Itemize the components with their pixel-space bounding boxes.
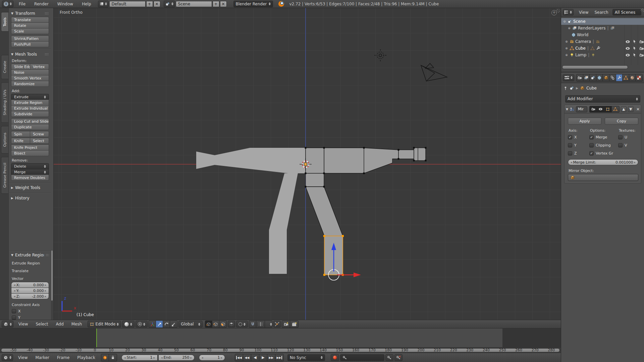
duplicate-button[interactable]: Duplicate: [11, 124, 49, 130]
scale-button[interactable]: Scale: [11, 28, 49, 34]
viewport-shading-select[interactable]: [122, 321, 135, 327]
outliner-scrollbar[interactable]: [562, 65, 628, 69]
extrude-individual-button[interactable]: Extrude Individual: [11, 105, 49, 111]
extrude-menu[interactable]: Extrude: [11, 94, 49, 100]
remove-doubles-button[interactable]: Remove Doubles: [11, 175, 49, 181]
cursor-icon[interactable]: [632, 39, 637, 44]
sync-mode-select[interactable]: No Sync: [287, 354, 325, 361]
screen-layout-icon-button[interactable]: [98, 1, 109, 7]
camera-restrict-icon[interactable]: [639, 53, 644, 58]
opengl-render-anim-button[interactable]: [290, 321, 298, 327]
expand-icon[interactable]: ⊕: [565, 40, 569, 43]
vertex-select-toggle[interactable]: [205, 321, 212, 327]
scene-icon-button[interactable]: [164, 1, 175, 7]
snap-toggle[interactable]: [249, 321, 256, 327]
modifier-render-toggle[interactable]: [590, 106, 597, 112]
merge-menu[interactable]: Merge: [11, 169, 49, 175]
outliner-row-camera[interactable]: ⊕ Camera |: [561, 38, 644, 45]
knife-button[interactable]: Knife: [11, 138, 30, 144]
next-keyframe-button[interactable]: ▶▶: [267, 354, 275, 361]
manipulate-centers-toggle[interactable]: [273, 321, 281, 327]
modifier-name-field[interactable]: Mir: [576, 106, 587, 112]
delete-menu[interactable]: Delete: [11, 163, 49, 169]
jump-to-end-button[interactable]: ▶▶: [275, 354, 283, 361]
orientation-select[interactable]: Global: [178, 321, 203, 327]
menu-marker[interactable]: Marker: [34, 355, 50, 360]
menu-frame[interactable]: Frame: [56, 355, 71, 360]
panel-header-weight-tools[interactable]: ▶Weight Tools: [11, 184, 49, 191]
cursor-icon[interactable]: [632, 53, 637, 58]
current-frame-field[interactable]: ◂1▸: [199, 355, 225, 361]
object-cube-icon[interactable]: [580, 86, 585, 90]
eye-icon[interactable]: [625, 46, 630, 51]
lock-toggle[interactable]: [109, 354, 117, 361]
current-frame-line[interactable]: [96, 328, 97, 347]
cursor-icon[interactable]: [632, 46, 637, 51]
screw-button[interactable]: Screw: [30, 131, 49, 137]
camera-restrict-icon[interactable]: [639, 39, 644, 44]
collapse-icon[interactable]: ⊖: [562, 20, 567, 23]
manipulator-axes-toggle[interactable]: [149, 321, 156, 327]
slide-vertex-button[interactable]: Vertex: [30, 64, 49, 70]
increment-arrow-icon[interactable]: ▸: [45, 295, 46, 298]
edge-select-toggle[interactable]: [212, 321, 219, 327]
opengl-render-image-button[interactable]: [282, 321, 290, 327]
play-button[interactable]: ▶: [259, 354, 267, 361]
constraint-y-checkbox[interactable]: Y: [12, 315, 49, 320]
manipulator-rotate-toggle[interactable]: [163, 321, 170, 327]
delete-keyframe-button[interactable]: [394, 354, 402, 361]
timeline-area[interactable]: [0, 328, 561, 347]
menu-window[interactable]: Window: [56, 2, 74, 6]
play-reverse-button[interactable]: ◀: [251, 354, 259, 361]
scene-name-field[interactable]: Scene: [176, 1, 212, 7]
outliner-row-world[interactable]: World: [561, 32, 644, 38]
tab-shading-uvs[interactable]: Shading / UVs: [1, 82, 9, 123]
tool-shelf-scrollbar[interactable]: [51, 250, 53, 320]
tab-material[interactable]: [629, 74, 636, 81]
add-modifier-select[interactable]: Add Modifier: [565, 95, 640, 103]
menu-select[interactable]: Select: [34, 322, 49, 326]
tab-options[interactable]: Options: [1, 126, 9, 154]
subdivide-button[interactable]: Subdivide: [11, 111, 49, 117]
noise-button[interactable]: Noise: [11, 69, 49, 75]
decrement-arrow-icon[interactable]: ◂: [14, 295, 15, 298]
autokey-record-toggle[interactable]: [331, 354, 339, 361]
rotate-button[interactable]: Rotate: [11, 22, 49, 28]
tab-render[interactable]: [577, 74, 583, 81]
tab-grease-pencil[interactable]: Grease Pencil: [1, 157, 9, 194]
area-corner-widget[interactable]: [556, 9, 560, 13]
expand-icon[interactable]: ⊕: [567, 26, 571, 30]
translate-button[interactable]: Translate: [11, 17, 49, 23]
info-editor-type-button[interactable]: i: [2, 1, 13, 7]
expand-icon[interactable]: ⊕: [565, 53, 569, 57]
3d-viewport[interactable]: z x Front Ortho (1) Cube + Tools Create …: [0, 8, 561, 320]
tab-create[interactable]: Create: [1, 55, 9, 79]
texture-u-checkbox[interactable]: U: [618, 135, 627, 139]
modifier-move-up-button[interactable]: ▲: [621, 106, 627, 112]
panel-header-history[interactable]: ▶History: [11, 195, 49, 201]
timeline-scrollbar[interactable]: -50-40-30-20-100102030405060708090100110…: [0, 347, 561, 353]
mode-select[interactable]: Edit Mode: [88, 321, 121, 327]
increment-arrow-icon[interactable]: ▸: [45, 283, 46, 287]
jump-to-start-button[interactable]: ◀◀: [235, 354, 243, 361]
prev-keyframe-button[interactable]: ◀◀: [243, 354, 251, 361]
tab-object-data[interactable]: [623, 74, 629, 81]
tab-object[interactable]: [603, 74, 609, 81]
keying-set-field[interactable]: [340, 354, 384, 361]
snap-element-button[interactable]: [256, 321, 265, 327]
eye-icon[interactable]: [625, 39, 630, 44]
outliner-editor-type-button[interactable]: [563, 9, 574, 15]
modifier-viewport-toggle[interactable]: [597, 106, 604, 112]
constraint-x-checkbox[interactable]: X: [12, 309, 49, 313]
menu-file[interactable]: File: [17, 2, 27, 6]
decrement-arrow-icon[interactable]: ◂: [14, 283, 15, 287]
expand-icon[interactable]: ⊕: [565, 47, 569, 50]
panel-drag-dots-icon[interactable]: [45, 53, 49, 56]
vector-z-field[interactable]: ◂Z:-2.000▸: [11, 293, 49, 299]
modifier-move-down-button[interactable]: ▼: [628, 106, 634, 112]
operator-panel-header[interactable]: ▼Extrude Region and: [11, 252, 49, 258]
menu-view[interactable]: View: [17, 322, 29, 326]
menu-add[interactable]: Add: [55, 322, 65, 326]
texture-v-checkbox[interactable]: V: [618, 143, 627, 147]
breadcrumb-object-name[interactable]: Cube: [586, 86, 597, 90]
